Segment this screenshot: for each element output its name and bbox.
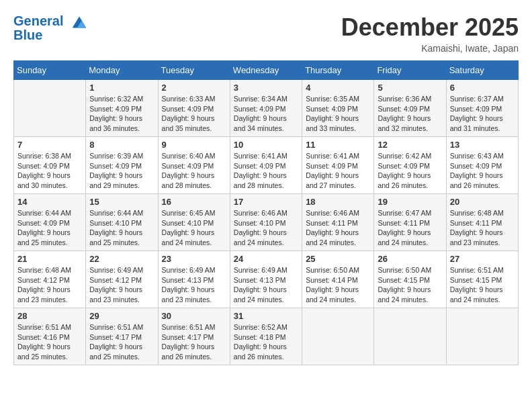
day-info: Sunrise: 6:49 AM Sunset: 4:13 PM Dayligh… <box>162 265 226 305</box>
calendar-cell: 15Sunrise: 6:44 AM Sunset: 4:10 PM Dayli… <box>86 194 158 251</box>
day-info: Sunrise: 6:43 AM Sunset: 4:09 PM Dayligh… <box>450 151 515 191</box>
calendar-cell: 25Sunrise: 6:50 AM Sunset: 4:14 PM Dayli… <box>302 251 374 308</box>
calendar-cell: 14Sunrise: 6:44 AM Sunset: 4:09 PM Dayli… <box>14 194 86 251</box>
day-info: Sunrise: 6:41 AM Sunset: 4:09 PM Dayligh… <box>306 151 370 191</box>
calendar-table: SundayMondayTuesdayWednesdayThursdayFrid… <box>13 60 519 365</box>
weekday-header-tuesday: Tuesday <box>158 61 230 80</box>
calendar-cell: 7Sunrise: 6:38 AM Sunset: 4:09 PM Daylig… <box>14 137 86 194</box>
day-info: Sunrise: 6:39 AM Sunset: 4:09 PM Dayligh… <box>89 151 154 191</box>
day-info: Sunrise: 6:46 AM Sunset: 4:11 PM Dayligh… <box>306 208 370 248</box>
page-header: General Blue December 2025 Kamaishi, Iwa… <box>13 13 519 54</box>
month-title: December 2025 <box>341 13 519 42</box>
calendar-cell <box>446 308 518 365</box>
calendar-cell: 8Sunrise: 6:39 AM Sunset: 4:09 PM Daylig… <box>86 137 158 194</box>
day-number: 5 <box>378 83 442 93</box>
day-info: Sunrise: 6:51 AM Sunset: 4:17 PM Dayligh… <box>89 322 154 362</box>
calendar-cell: 18Sunrise: 6:46 AM Sunset: 4:11 PM Dayli… <box>302 194 374 251</box>
day-number: 3 <box>234 83 298 93</box>
day-number: 4 <box>306 83 370 93</box>
day-info: Sunrise: 6:51 AM Sunset: 4:15 PM Dayligh… <box>450 265 515 305</box>
day-number: 28 <box>17 311 82 321</box>
calendar-cell: 26Sunrise: 6:50 AM Sunset: 4:15 PM Dayli… <box>374 251 446 308</box>
calendar-cell: 21Sunrise: 6:48 AM Sunset: 4:12 PM Dayli… <box>14 251 86 308</box>
calendar-cell: 10Sunrise: 6:41 AM Sunset: 4:09 PM Dayli… <box>230 137 302 194</box>
calendar-cell: 4Sunrise: 6:35 AM Sunset: 4:09 PM Daylig… <box>302 80 374 137</box>
logo: General Blue <box>13 13 89 42</box>
calendar-cell <box>374 308 446 365</box>
calendar-cell: 17Sunrise: 6:46 AM Sunset: 4:10 PM Dayli… <box>230 194 302 251</box>
day-info: Sunrise: 6:40 AM Sunset: 4:09 PM Dayligh… <box>162 151 226 191</box>
calendar-cell: 29Sunrise: 6:51 AM Sunset: 4:17 PM Dayli… <box>86 308 158 365</box>
day-number: 17 <box>234 197 298 207</box>
calendar-cell: 12Sunrise: 6:42 AM Sunset: 4:09 PM Dayli… <box>374 137 446 194</box>
day-info: Sunrise: 6:44 AM Sunset: 4:09 PM Dayligh… <box>17 208 82 248</box>
calendar-cell: 20Sunrise: 6:48 AM Sunset: 4:11 PM Dayli… <box>446 194 518 251</box>
day-info: Sunrise: 6:51 AM Sunset: 4:16 PM Dayligh… <box>17 322 82 362</box>
calendar-cell: 9Sunrise: 6:40 AM Sunset: 4:09 PM Daylig… <box>158 137 230 194</box>
weekday-header-wednesday: Wednesday <box>230 61 302 80</box>
day-number: 11 <box>306 140 370 150</box>
calendar-cell: 16Sunrise: 6:45 AM Sunset: 4:10 PM Dayli… <box>158 194 230 251</box>
weekday-header-friday: Friday <box>374 61 446 80</box>
day-number: 24 <box>234 254 298 264</box>
calendar-cell: 3Sunrise: 6:34 AM Sunset: 4:09 PM Daylig… <box>230 80 302 137</box>
day-number: 18 <box>306 197 370 207</box>
day-number: 27 <box>450 254 515 264</box>
day-number: 15 <box>89 197 154 207</box>
day-info: Sunrise: 6:36 AM Sunset: 4:09 PM Dayligh… <box>378 94 442 134</box>
day-info: Sunrise: 6:41 AM Sunset: 4:09 PM Dayligh… <box>234 151 298 191</box>
location-text: Kamaishi, Iwate, Japan <box>341 43 519 54</box>
calendar-header-row: SundayMondayTuesdayWednesdayThursdayFrid… <box>14 61 519 80</box>
day-info: Sunrise: 6:44 AM Sunset: 4:10 PM Dayligh… <box>89 208 154 248</box>
calendar-cell: 2Sunrise: 6:33 AM Sunset: 4:09 PM Daylig… <box>158 80 230 137</box>
day-info: Sunrise: 6:49 AM Sunset: 4:12 PM Dayligh… <box>89 265 154 305</box>
day-info: Sunrise: 6:38 AM Sunset: 4:09 PM Dayligh… <box>17 151 82 191</box>
calendar-cell <box>14 80 86 137</box>
day-info: Sunrise: 6:34 AM Sunset: 4:09 PM Dayligh… <box>234 94 298 134</box>
day-info: Sunrise: 6:32 AM Sunset: 4:09 PM Dayligh… <box>89 94 154 134</box>
calendar-week-row: 7Sunrise: 6:38 AM Sunset: 4:09 PM Daylig… <box>14 137 519 194</box>
day-number: 2 <box>162 83 226 93</box>
day-number: 7 <box>17 140 82 150</box>
day-info: Sunrise: 6:51 AM Sunset: 4:17 PM Dayligh… <box>162 322 226 362</box>
calendar-cell: 11Sunrise: 6:41 AM Sunset: 4:09 PM Dayli… <box>302 137 374 194</box>
day-info: Sunrise: 6:49 AM Sunset: 4:13 PM Dayligh… <box>234 265 298 305</box>
calendar-cell: 5Sunrise: 6:36 AM Sunset: 4:09 PM Daylig… <box>374 80 446 137</box>
day-number: 9 <box>162 140 226 150</box>
calendar-week-row: 14Sunrise: 6:44 AM Sunset: 4:09 PM Dayli… <box>14 194 519 251</box>
calendar-cell: 19Sunrise: 6:47 AM Sunset: 4:11 PM Dayli… <box>374 194 446 251</box>
day-number: 14 <box>17 197 82 207</box>
day-number: 23 <box>162 254 226 264</box>
day-info: Sunrise: 6:48 AM Sunset: 4:11 PM Dayligh… <box>450 208 515 248</box>
day-info: Sunrise: 6:50 AM Sunset: 4:14 PM Dayligh… <box>306 265 370 305</box>
calendar-cell: 24Sunrise: 6:49 AM Sunset: 4:13 PM Dayli… <box>230 251 302 308</box>
calendar-cell: 1Sunrise: 6:32 AM Sunset: 4:09 PM Daylig… <box>86 80 158 137</box>
day-number: 21 <box>17 254 82 264</box>
day-number: 29 <box>89 311 154 321</box>
calendar-cell: 22Sunrise: 6:49 AM Sunset: 4:12 PM Dayli… <box>86 251 158 308</box>
title-block: December 2025 Kamaishi, Iwate, Japan <box>341 13 519 54</box>
day-info: Sunrise: 6:35 AM Sunset: 4:09 PM Dayligh… <box>306 94 370 134</box>
day-number: 6 <box>450 83 515 93</box>
calendar-cell: 31Sunrise: 6:52 AM Sunset: 4:18 PM Dayli… <box>230 308 302 365</box>
day-number: 26 <box>378 254 442 264</box>
calendar-cell: 13Sunrise: 6:43 AM Sunset: 4:09 PM Dayli… <box>446 137 518 194</box>
weekday-header-saturday: Saturday <box>446 61 518 80</box>
calendar-cell: 30Sunrise: 6:51 AM Sunset: 4:17 PM Dayli… <box>158 308 230 365</box>
day-number: 10 <box>234 140 298 150</box>
day-info: Sunrise: 6:42 AM Sunset: 4:09 PM Dayligh… <box>378 151 442 191</box>
day-number: 1 <box>89 83 154 93</box>
day-number: 20 <box>450 197 515 207</box>
day-number: 12 <box>378 140 442 150</box>
calendar-cell: 27Sunrise: 6:51 AM Sunset: 4:15 PM Dayli… <box>446 251 518 308</box>
day-info: Sunrise: 6:50 AM Sunset: 4:15 PM Dayligh… <box>378 265 442 305</box>
day-info: Sunrise: 6:46 AM Sunset: 4:10 PM Dayligh… <box>234 208 298 248</box>
calendar-cell: 23Sunrise: 6:49 AM Sunset: 4:13 PM Dayli… <box>158 251 230 308</box>
calendar-week-row: 21Sunrise: 6:48 AM Sunset: 4:12 PM Dayli… <box>14 251 519 308</box>
weekday-header-monday: Monday <box>86 61 158 80</box>
day-number: 13 <box>450 140 515 150</box>
day-info: Sunrise: 6:37 AM Sunset: 4:09 PM Dayligh… <box>450 94 515 134</box>
day-info: Sunrise: 6:48 AM Sunset: 4:12 PM Dayligh… <box>17 265 82 305</box>
day-number: 19 <box>378 197 442 207</box>
calendar-cell: 28Sunrise: 6:51 AM Sunset: 4:16 PM Dayli… <box>14 308 86 365</box>
